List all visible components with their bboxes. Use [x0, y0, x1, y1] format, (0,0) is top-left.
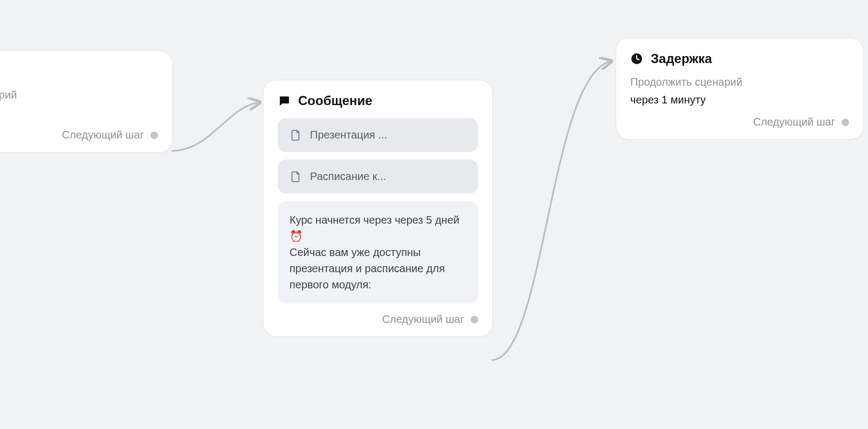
- node-value: через 1 минуту: [630, 94, 849, 106]
- next-step-port[interactable]: Следующий шаг: [278, 313, 478, 326]
- node-subtitle: ить сценарий: [0, 89, 158, 101]
- port-dot-icon[interactable]: [150, 132, 158, 139]
- edge-message-to-delay2: [492, 61, 610, 360]
- attachment-label: Презентация ...: [310, 129, 387, 141]
- clock-icon: [630, 52, 643, 65]
- node-title: Сообщение: [298, 93, 373, 108]
- attachment-item[interactable]: Расписание к...: [278, 160, 478, 193]
- node-value: секунду: [0, 107, 158, 119]
- next-step-port[interactable]: Следующий шаг: [630, 116, 849, 128]
- message-body-text: Курс начнется через через 5 дней ⏰ Сейча…: [278, 201, 478, 303]
- node-title: Задержка: [651, 51, 712, 66]
- next-step-label: Следующий шаг: [62, 129, 144, 141]
- file-icon: [290, 129, 301, 141]
- next-step-label: Следующий шаг: [753, 116, 835, 128]
- port-dot-icon[interactable]: [471, 316, 478, 323]
- node-message[interactable]: Сообщение Презентация ... Расписание к..…: [263, 80, 493, 337]
- edge-delay1-to-message: [171, 102, 259, 151]
- attachment-label: Расписание к...: [310, 170, 386, 183]
- next-step-port[interactable]: Следующий шаг: [0, 129, 158, 141]
- file-icon: [290, 171, 301, 183]
- next-step-label: Следующий шаг: [382, 313, 464, 326]
- node-subtitle: Продолжить сценарий: [630, 76, 849, 88]
- port-dot-icon[interactable]: [842, 119, 849, 126]
- attachment-item[interactable]: Презентация ...: [278, 118, 478, 152]
- node-delay-2[interactable]: Задержка Продолжить сценарий через 1 мин…: [616, 38, 864, 140]
- chat-bubble-icon: [278, 94, 291, 107]
- node-delay-1[interactable]: ержка ить сценарий секунду Следующий шаг: [0, 51, 173, 153]
